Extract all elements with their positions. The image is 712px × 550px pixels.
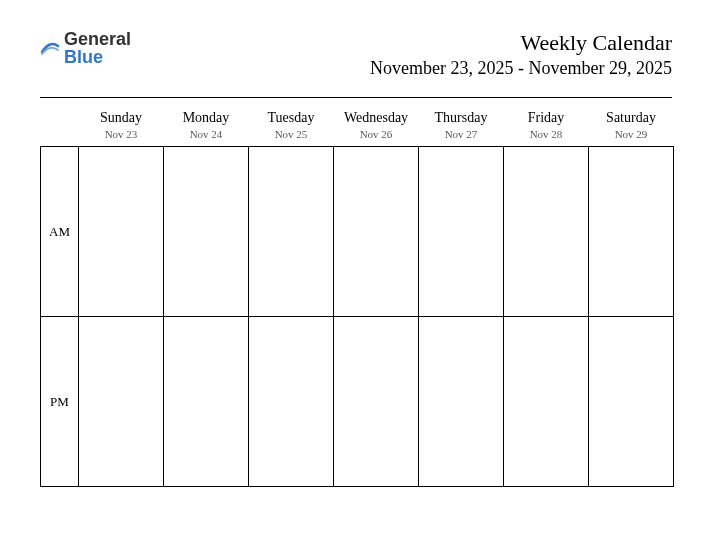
logo-text: General Blue: [64, 30, 131, 66]
title-block: Weekly Calendar November 23, 2025 - Nove…: [370, 30, 672, 79]
day-header-sunday: Sunday: [79, 106, 164, 128]
cell-am-wednesday: [334, 147, 419, 317]
cell-pm-monday: [164, 317, 249, 487]
weekly-calendar: Sunday Monday Tuesday Wednesday Thursday…: [40, 106, 674, 487]
am-row: AM: [41, 147, 674, 317]
date-range: November 23, 2025 - November 29, 2025: [370, 58, 672, 79]
period-pm: PM: [41, 317, 79, 487]
divider: [40, 97, 672, 98]
logo-word-blue: Blue: [64, 47, 103, 67]
cell-am-monday: [164, 147, 249, 317]
cell-pm-friday: [504, 317, 589, 487]
period-am: AM: [41, 147, 79, 317]
cell-am-sunday: [79, 147, 164, 317]
day-header-saturday: Saturday: [589, 106, 674, 128]
date-header-thursday: Nov 27: [419, 128, 504, 147]
cell-pm-tuesday: [249, 317, 334, 487]
day-header-friday: Friday: [504, 106, 589, 128]
date-header-sunday: Nov 23: [79, 128, 164, 147]
day-header-thursday: Thursday: [419, 106, 504, 128]
date-header-wednesday: Nov 26: [334, 128, 419, 147]
cell-pm-wednesday: [334, 317, 419, 487]
cell-am-tuesday: [249, 147, 334, 317]
date-header-saturday: Nov 29: [589, 128, 674, 147]
cell-am-saturday: [589, 147, 674, 317]
day-name-row: Sunday Monday Tuesday Wednesday Thursday…: [41, 106, 674, 128]
date-header-monday: Nov 24: [164, 128, 249, 147]
brand-logo: General Blue: [40, 30, 131, 66]
header: General Blue Weekly Calendar November 23…: [40, 30, 672, 79]
cell-am-thursday: [419, 147, 504, 317]
day-header-tuesday: Tuesday: [249, 106, 334, 128]
cell-pm-saturday: [589, 317, 674, 487]
day-header-wednesday: Wednesday: [334, 106, 419, 128]
swoosh-icon: [40, 38, 60, 58]
cell-pm-sunday: [79, 317, 164, 487]
logo-word-general: General: [64, 29, 131, 49]
date-header-friday: Nov 28: [504, 128, 589, 147]
cell-pm-thursday: [419, 317, 504, 487]
date-header-tuesday: Nov 25: [249, 128, 334, 147]
day-header-monday: Monday: [164, 106, 249, 128]
pm-row: PM: [41, 317, 674, 487]
day-date-row: Nov 23 Nov 24 Nov 25 Nov 26 Nov 27 Nov 2…: [41, 128, 674, 147]
cell-am-friday: [504, 147, 589, 317]
page-title: Weekly Calendar: [370, 30, 672, 56]
